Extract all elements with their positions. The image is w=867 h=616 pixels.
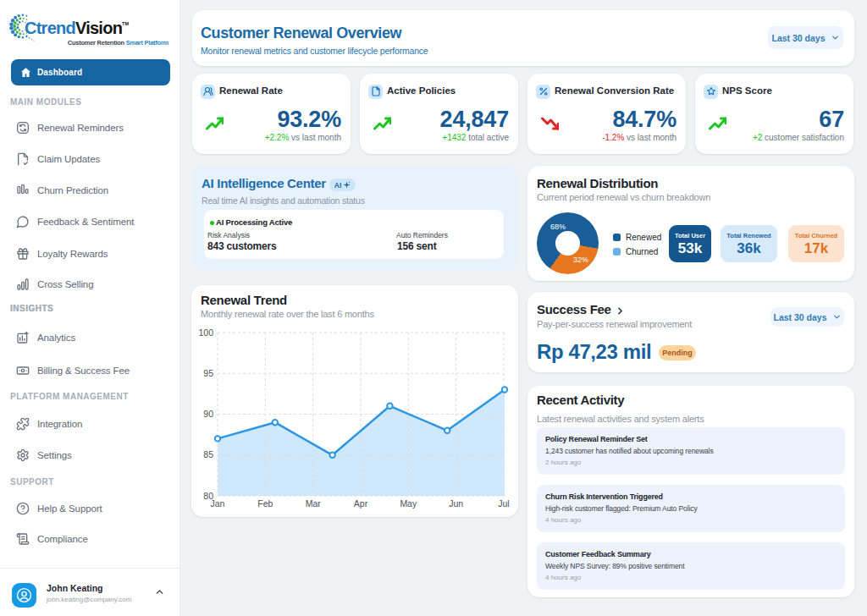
svg-text:Apr: Apr: [354, 498, 368, 509]
svg-text:85: 85: [203, 449, 213, 459]
svg-text:Feb: Feb: [257, 498, 273, 509]
svg-text:Jun: Jun: [449, 498, 463, 509]
svg-text:Jul: Jul: [498, 498, 509, 509]
svg-text:95: 95: [203, 368, 213, 378]
svg-text:May: May: [400, 498, 417, 509]
svg-text:100: 100: [198, 327, 213, 338]
svg-text:90: 90: [203, 409, 213, 419]
svg-text:Jan: Jan: [211, 498, 225, 509]
svg-text:Mar: Mar: [306, 498, 322, 509]
